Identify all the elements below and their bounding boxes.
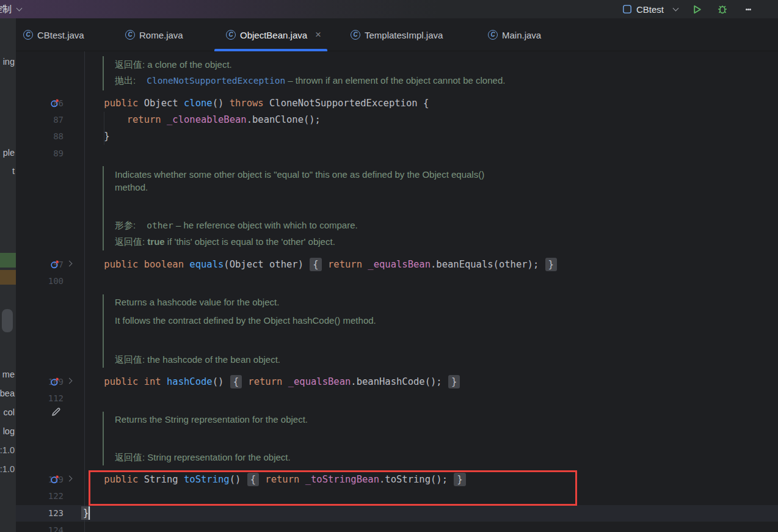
tab-label: TemplatesImpl.java bbox=[365, 30, 443, 40]
tab-main-java[interactable]: C Main.java bbox=[488, 18, 541, 51]
tree-item-fragment[interactable]: ing bbox=[3, 57, 15, 67]
doc-line: 形参:other – he reference object with whic… bbox=[115, 219, 358, 231]
fold-chevron-icon[interactable] bbox=[67, 377, 75, 385]
more-actions-button[interactable] bbox=[741, 2, 755, 16]
doc-line: Indicates whether some other object is "… bbox=[115, 169, 484, 181]
run-config-icon bbox=[622, 4, 632, 14]
tree-selection-green bbox=[0, 253, 16, 268]
fold-chevron-icon[interactable] bbox=[67, 475, 75, 483]
editor-tab-bar: C CBtest.java C Rome.java C ObjectBean.j… bbox=[16, 18, 778, 51]
doc-line: 抛出:CloneNotSupportedException – thrown i… bbox=[115, 75, 505, 87]
run-button[interactable] bbox=[690, 2, 703, 16]
tree-item-fragment[interactable]: col bbox=[3, 407, 15, 417]
code-line[interactable]: public boolean equals(Object other) { re… bbox=[81, 257, 558, 273]
tab-label: CBtest.java bbox=[37, 30, 84, 40]
code-editor[interactable]: 返回值: a clone of the object. 抛出:CloneNotS… bbox=[16, 51, 778, 532]
line-number-current: 123 bbox=[16, 505, 64, 522]
tab-label: Rome.java bbox=[139, 30, 183, 40]
tree-item-fragment[interactable]: t bbox=[12, 166, 15, 176]
code-line[interactable]: public int hashCode() { return _equalsBe… bbox=[81, 374, 460, 390]
doc-comment-rail bbox=[103, 56, 104, 90]
run-cluster: CBtest bbox=[622, 0, 755, 18]
line-number: 87 bbox=[16, 112, 64, 128]
tab-label: ObjectBean.java bbox=[240, 30, 307, 40]
java-class-icon: C bbox=[226, 30, 236, 40]
java-class-icon: C bbox=[351, 30, 360, 40]
tree-item-fragment[interactable]: bea bbox=[0, 388, 15, 398]
toolbar-menu-version-control[interactable]: 控制 bbox=[0, 0, 21, 18]
tree-item-fragment[interactable]: :1.0 bbox=[0, 464, 15, 474]
doc-line: 返回值: String representation for the objec… bbox=[115, 451, 291, 464]
doc-line: 返回值: the hashcode of the bean object. bbox=[115, 354, 280, 366]
text-caret bbox=[89, 506, 90, 520]
tab-rome-java[interactable]: C Rome.java bbox=[125, 18, 183, 51]
tree-item-fragment[interactable]: log bbox=[3, 426, 15, 436]
line-number: 100 bbox=[16, 273, 64, 290]
project-panel[interactable]: ing ple t me bea col log :1.0 :1.0 bbox=[0, 18, 16, 532]
chevron-down-icon bbox=[673, 5, 679, 12]
doc-comment-rail bbox=[103, 166, 104, 250]
tree-item-fragment[interactable]: ple bbox=[3, 148, 15, 158]
tab-templatesimpl-java[interactable]: C TemplatesImpl.java bbox=[351, 18, 443, 51]
line-number: 89 bbox=[16, 145, 64, 162]
code-line[interactable]: } bbox=[81, 128, 110, 145]
java-class-icon: C bbox=[125, 30, 135, 40]
ide-window: 控制 CBtest bbox=[0, 0, 778, 532]
toolbar-menu-label: 控制 bbox=[0, 4, 12, 15]
override-icon[interactable] bbox=[50, 475, 60, 484]
doc-line: 返回值: a clone of the object. bbox=[115, 59, 232, 71]
tree-selection-brown bbox=[0, 270, 16, 285]
java-class-icon: C bbox=[23, 30, 33, 40]
doc-comment-rail bbox=[103, 294, 104, 368]
code-line[interactable]: return _cloneableBean.beanClone(); bbox=[81, 112, 321, 128]
current-line-highlight bbox=[16, 505, 778, 522]
doc-comment-rail bbox=[103, 412, 104, 465]
tab-cbtest-java[interactable]: C CBtest.java bbox=[23, 18, 84, 51]
line-number: 112 bbox=[16, 390, 64, 407]
doc-line: Returns a hashcode value for the object. bbox=[115, 296, 279, 308]
main-toolbar: 控制 CBtest bbox=[0, 0, 778, 18]
chevron-down-icon bbox=[16, 5, 23, 12]
doc-line: 返回值: true if 'this' object is equal to t… bbox=[115, 236, 335, 248]
play-icon bbox=[692, 4, 702, 15]
tab-label: Main.java bbox=[502, 30, 541, 40]
doc-line: Returns the String representation for th… bbox=[115, 414, 308, 426]
run-config-name: CBtest bbox=[636, 4, 664, 15]
bug-icon bbox=[717, 4, 728, 15]
doc-line: method. bbox=[115, 181, 148, 194]
panel-scrollbar-thumb[interactable] bbox=[2, 309, 13, 332]
edit-doc-pencil-icon[interactable] bbox=[50, 406, 62, 418]
tab-objectbean-java[interactable]: C ObjectBean.java × bbox=[226, 18, 321, 51]
doc-line: It follows the contract defined by the O… bbox=[115, 315, 376, 327]
override-icon[interactable] bbox=[50, 377, 60, 387]
tostring-highlight-annotation-box bbox=[89, 470, 577, 506]
code-line[interactable]: public Object clone() throws CloneNotSup… bbox=[81, 95, 429, 112]
tree-item-fragment[interactable]: :1.0 bbox=[0, 445, 15, 455]
run-config-selector[interactable]: CBtest bbox=[622, 4, 678, 15]
close-icon[interactable]: × bbox=[315, 29, 321, 41]
debug-button[interactable] bbox=[716, 2, 729, 16]
override-icon[interactable] bbox=[50, 260, 60, 269]
line-number: 124 bbox=[16, 522, 64, 532]
java-class-icon: C bbox=[488, 30, 498, 40]
line-number: 88 bbox=[16, 128, 64, 145]
tree-item-fragment[interactable]: me bbox=[2, 370, 15, 379]
line-number: 122 bbox=[16, 488, 64, 505]
fold-chevron-icon[interactable] bbox=[67, 260, 75, 268]
override-icon[interactable] bbox=[50, 98, 60, 108]
